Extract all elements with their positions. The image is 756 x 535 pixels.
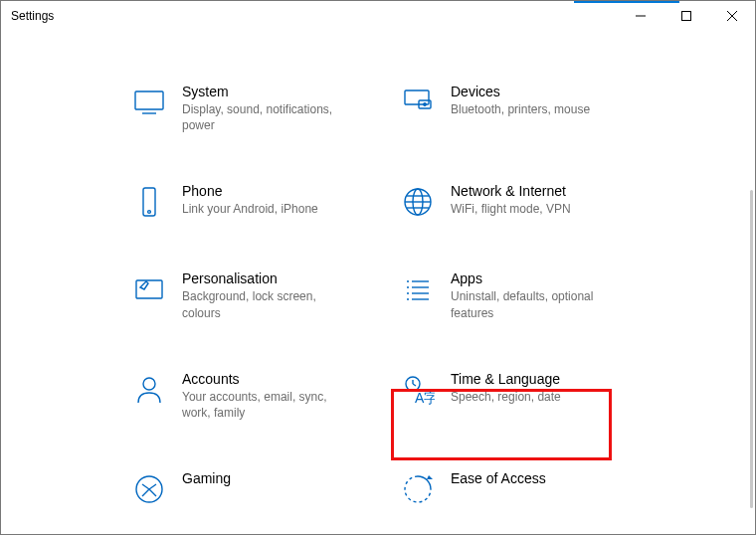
category-desc: Bluetooth, printers, mouse <box>451 101 590 117</box>
svg-point-10 <box>148 211 151 214</box>
category-network[interactable]: Network & Internet WiFi, flight mode, VP… <box>399 183 658 221</box>
close-icon <box>727 11 737 21</box>
category-desc: WiFi, flight mode, VPN <box>451 201 571 217</box>
category-title: System <box>182 84 351 99</box>
apps-icon <box>399 270 437 308</box>
svg-marker-31 <box>427 475 433 479</box>
category-title: Gaming <box>182 470 231 486</box>
svg-rect-16 <box>136 280 162 298</box>
category-phone[interactable]: Phone Link your Android, iPhone <box>130 183 389 221</box>
ease-of-access-icon <box>399 470 437 508</box>
category-gaming[interactable]: Gaming <box>130 470 389 508</box>
category-desc: Uninstall, defaults, optional features <box>451 288 620 320</box>
svg-point-25 <box>143 378 155 390</box>
category-personalisation[interactable]: Personalisation Background, lock screen,… <box>130 270 389 320</box>
category-title: Personalisation <box>182 270 351 286</box>
personalisation-icon <box>130 270 168 308</box>
maximize-button[interactable] <box>663 1 709 31</box>
minimize-icon <box>636 11 646 21</box>
category-title: Apps <box>451 270 620 286</box>
svg-rect-9 <box>143 188 155 216</box>
highlight-time-language <box>391 389 612 460</box>
gaming-icon <box>130 470 168 508</box>
settings-window: { "window": { "title": "Settings" }, "ca… <box>0 0 756 535</box>
svg-point-8 <box>424 103 426 105</box>
category-desc: Background, lock screen, colours <box>182 288 351 320</box>
maximize-icon <box>681 11 691 21</box>
accounts-icon <box>130 371 168 409</box>
category-desc: Display, sound, notifications, power <box>182 101 351 133</box>
category-desc: Your accounts, email, sync, work, family <box>182 389 351 421</box>
window-title: Settings <box>11 9 54 23</box>
category-title: Accounts <box>182 371 351 387</box>
active-tab-accent <box>574 1 679 3</box>
category-devices[interactable]: Devices Bluetooth, printers, mouse <box>399 84 658 133</box>
svg-rect-6 <box>405 90 429 104</box>
category-title: Devices <box>451 84 590 99</box>
category-system[interactable]: System Display, sound, notifications, po… <box>130 84 389 133</box>
content-area: System Display, sound, notifications, po… <box>1 31 755 534</box>
category-title: Network & Internet <box>451 183 571 199</box>
svg-rect-4 <box>135 91 163 109</box>
category-ease-of-access[interactable]: Ease of Access <box>399 470 658 508</box>
globe-icon <box>399 183 437 221</box>
system-icon <box>130 84 168 121</box>
devices-icon <box>399 84 437 121</box>
category-accounts[interactable]: Accounts Your accounts, email, sync, wor… <box>130 371 389 421</box>
category-title: Time & Language <box>451 371 561 387</box>
category-title: Ease of Access <box>451 470 546 486</box>
close-button[interactable] <box>709 1 755 31</box>
svg-line-28 <box>413 384 416 386</box>
vertical-scrollbar[interactable] <box>750 190 753 508</box>
title-bar: Settings <box>1 1 755 31</box>
minimize-button[interactable] <box>618 1 663 31</box>
category-title: Phone <box>182 183 318 199</box>
category-apps[interactable]: Apps Uninstall, defaults, optional featu… <box>399 270 658 320</box>
category-desc: Link your Android, iPhone <box>182 201 318 217</box>
window-controls <box>618 1 755 31</box>
svg-rect-1 <box>682 12 691 21</box>
phone-icon <box>130 183 168 221</box>
